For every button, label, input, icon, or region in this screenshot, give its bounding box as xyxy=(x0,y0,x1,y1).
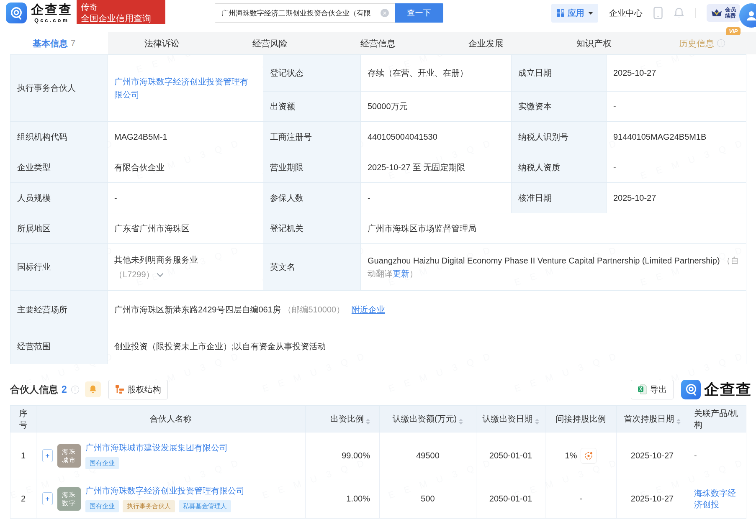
top-nav: 应用 企业中心 会员 续费 xyxy=(551,4,756,23)
field-label: 登记机关 xyxy=(263,213,361,244)
field-value: - xyxy=(607,152,746,183)
field-label: 主要经营场所 xyxy=(10,291,108,329)
promo-badge: 传奇 全国企业信用查询 xyxy=(77,0,165,24)
sort-icon[interactable] xyxy=(676,419,681,425)
field-label: 营业期限 xyxy=(263,152,361,183)
equity-penetration-button[interactable] xyxy=(581,448,597,464)
monitor-bell-button[interactable] xyxy=(85,381,101,397)
clear-search-icon[interactable]: ✕ xyxy=(381,9,389,17)
tab-intellectual-property[interactable]: 知识产权 xyxy=(540,32,648,54)
ratio-value: 99.00% xyxy=(306,432,380,479)
indirect-ratio-value: - xyxy=(545,479,617,519)
field-label: 核准日期 xyxy=(512,183,607,213)
mobile-app-icon[interactable] xyxy=(653,7,663,19)
partners-table-header: 序号 合伙人名称 出资比例 认缴出资额(万元) 认缴出资日期 间接持股比例 首次… xyxy=(10,406,746,432)
field-label: 人员规模 xyxy=(10,183,108,213)
first-date-value: 2025-10-27 xyxy=(617,432,688,479)
partners-table: 序号 合伙人名称 出资比例 认缴出资额(万元) 认缴出资日期 间接持股比例 首次… xyxy=(10,405,746,519)
tab-operation-risk[interactable]: 经营风险 xyxy=(216,32,324,54)
field-value: 2025-10-27 xyxy=(607,55,746,92)
field-value: - xyxy=(108,183,263,213)
divider xyxy=(695,8,696,18)
partners-count: 2 xyxy=(62,384,67,395)
sort-icon[interactable] xyxy=(459,419,463,425)
qcc-logo[interactable]: 企查查 Qcc.com xyxy=(6,3,72,23)
field-label: 实缴资本 xyxy=(512,92,607,122)
field-value: 2025-10-27 至 无固定期限 xyxy=(361,152,512,183)
chevron-down-icon xyxy=(588,12,593,15)
nearby-companies-link[interactable]: 附近企业 xyxy=(352,305,385,314)
related-product-link[interactable]: 海珠数字经济创投 xyxy=(694,489,736,509)
indirect-ratio-value: 1% xyxy=(565,451,577,460)
equity-structure-button[interactable]: 股权结构 xyxy=(108,380,168,399)
search-input[interactable] xyxy=(215,3,395,23)
partner-avatar: 海珠 数字 xyxy=(57,487,81,511)
field-label: 出资额 xyxy=(263,92,361,122)
chevron-down-icon xyxy=(157,270,163,277)
col-related-products: 关联产品/机构 xyxy=(688,406,746,432)
notifications-bell-icon[interactable] xyxy=(674,7,684,19)
col-indirect-ratio: 间接持股比例 xyxy=(545,406,617,432)
tag-state-owned[interactable]: 国有企业 xyxy=(85,457,119,469)
ratio-value: 1.00% xyxy=(306,479,380,519)
field-label: 组织机构代码 xyxy=(10,122,108,152)
enterprise-center-link[interactable]: 企业中心 xyxy=(609,8,643,19)
row-number: 2 xyxy=(10,479,36,519)
industry-name: 其他未列明商务服务业 xyxy=(114,253,256,266)
executive-partner-link[interactable]: 广州市海珠数字经济创业投资管理有限公司 xyxy=(114,77,248,99)
field-value: MAG24B5M-1 xyxy=(108,122,263,152)
row-number: 1 xyxy=(10,432,36,479)
brand-name: 企查查 xyxy=(31,3,72,16)
partner-company-link[interactable]: 广州市海珠数字经济创业投资管理有限公司 xyxy=(85,485,244,496)
tab-history-info[interactable]: VIP 历史信息 i xyxy=(648,32,756,54)
info-icon: i xyxy=(717,39,725,47)
sort-icon[interactable] xyxy=(535,419,539,425)
apps-menu[interactable]: 应用 xyxy=(551,4,598,23)
qcc-logo-icon xyxy=(681,380,701,399)
tab-legal-litigation[interactable]: 法律诉讼 xyxy=(108,32,216,54)
partner-row: 1 + 海珠 城市 广州市海珠城市建设发展集团有限公司 国有企业 xyxy=(10,432,746,479)
col-subscribed-date[interactable]: 认缴出资日期 xyxy=(476,406,545,432)
amount-value: 500 xyxy=(380,479,476,519)
field-label: 经营范围 xyxy=(10,329,108,364)
qcc-watermark-logo: 企查查 xyxy=(681,379,752,400)
apps-grid-icon xyxy=(556,9,565,17)
english-name: Guangzhou Haizhu Digital Economy Phase I… xyxy=(368,256,720,265)
tab-enterprise-development[interactable]: 企业发展 xyxy=(432,32,540,54)
subscribe-date-value: 2050-01-01 xyxy=(476,432,545,479)
expand-row-button[interactable]: + xyxy=(42,492,53,505)
field-value: 广东省广州市海珠区 xyxy=(108,213,263,244)
col-no: 序号 xyxy=(10,406,36,432)
tab-operation-info[interactable]: 经营信息 xyxy=(324,32,432,54)
field-label: 企业类型 xyxy=(10,152,108,183)
col-subscribed-amount[interactable]: 认缴出资额(万元) xyxy=(380,406,476,432)
tag-executive-partner[interactable]: 执行事务合伙人 xyxy=(123,500,175,512)
col-ratio[interactable]: 出资比例 xyxy=(306,406,380,432)
col-first-holding-date[interactable]: 首次持股日期 xyxy=(617,406,688,432)
first-date-value: 2025-10-27 xyxy=(617,479,688,519)
field-value: 2025-10-27 xyxy=(607,183,746,213)
member-renew-button[interactable]: 会员 续费 xyxy=(707,4,740,22)
amount-value: 49500 xyxy=(380,432,476,479)
partners-section-header: 合伙人信息 2 i 股权结构 X 导出 xyxy=(10,376,746,403)
org-chart-icon xyxy=(115,385,124,394)
expand-row-button[interactable]: + xyxy=(42,449,53,462)
svg-text:X: X xyxy=(639,387,642,391)
search-button[interactable]: 查一下 xyxy=(395,3,443,23)
field-label: 英文名 xyxy=(263,244,361,291)
english-name-cell: Guangzhou Haizhu Digital Economy Phase I… xyxy=(361,244,746,291)
industry-cell: 其他未列明商务服务业 （L7299） xyxy=(108,244,263,291)
field-value: 91440105MAG24B5M1B xyxy=(607,122,746,152)
tag-fund-manager[interactable]: 私募基金管理人 xyxy=(179,500,231,512)
tab-basic-info[interactable]: 基本信息 7 xyxy=(0,32,108,54)
search-bar: ✕ 查一下 xyxy=(215,3,443,23)
partner-company-link[interactable]: 广州市海珠城市建设发展集团有限公司 xyxy=(85,442,228,453)
tag-state-owned[interactable]: 国有企业 xyxy=(85,500,119,512)
industry-code-toggle[interactable]: （L7299） xyxy=(114,268,256,281)
field-label: 参保人数 xyxy=(263,183,361,213)
export-button[interactable]: X 导出 xyxy=(631,380,674,399)
translation-update-link[interactable]: 更新 xyxy=(393,269,409,278)
partner-row: 2 + 海珠 数字 广州市海珠数字经济创业投资管理有限公司 国有企业 执行事务合… xyxy=(10,479,746,519)
basic-info-table: 执行事务合伙人 广州市海珠数字经济创业投资管理有限公司 登记状态 存续（在营、开… xyxy=(10,54,746,364)
sort-icon[interactable] xyxy=(366,419,370,425)
